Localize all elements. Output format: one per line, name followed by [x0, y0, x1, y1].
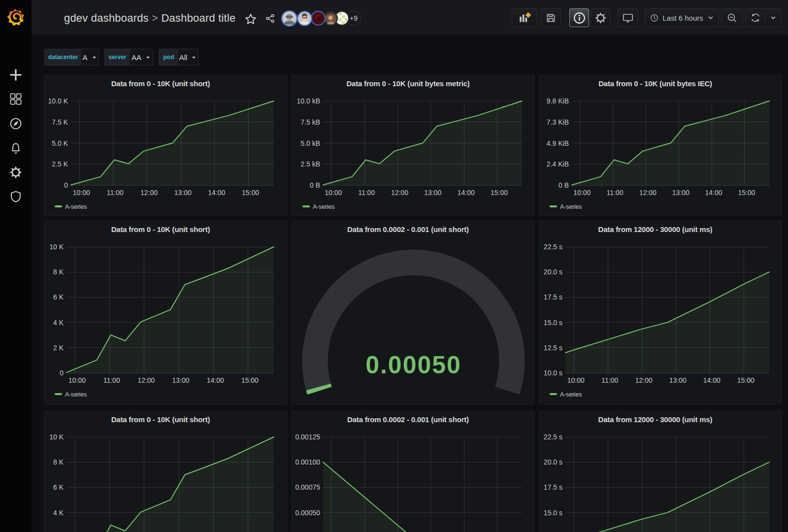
svg-text:12:00: 12:00: [391, 189, 408, 197]
svg-text:15:00: 15:00: [737, 376, 755, 384]
svg-text:11:00: 11:00: [103, 376, 120, 384]
svg-text:14:00: 14:00: [208, 189, 225, 197]
svg-text:0: 0: [60, 369, 64, 377]
svg-text:11:00: 11:00: [601, 376, 618, 384]
svg-text:10:00: 10:00: [573, 189, 591, 197]
svg-text:0.00050: 0.00050: [365, 351, 461, 379]
svg-text:22.5 s: 22.5 s: [544, 243, 562, 251]
svg-text:14:00: 14:00: [458, 189, 475, 197]
svg-text:13:00: 13:00: [174, 189, 192, 197]
svg-text:2 K: 2 K: [53, 344, 64, 352]
svg-text:17.5 s: 17.5 s: [544, 293, 562, 301]
svg-text:7.3 KiB: 7.3 KiB: [547, 118, 569, 126]
svg-text:A-series: A-series: [313, 203, 334, 210]
svg-text:0.00075: 0.00075: [295, 483, 320, 491]
svg-text:15:00: 15:00: [738, 189, 755, 197]
svg-text:15:00: 15:00: [242, 189, 259, 197]
svg-text:A-series: A-series: [560, 203, 582, 210]
svg-text:14:00: 14:00: [207, 376, 224, 384]
svg-text:13:00: 13:00: [672, 189, 690, 197]
svg-text:13:00: 13:00: [669, 376, 687, 384]
svg-text:20.0 s: 20.0 s: [544, 268, 562, 276]
svg-text:2.4 KiB: 2.4 KiB: [547, 160, 569, 168]
svg-text:15:00: 15:00: [241, 376, 259, 384]
svg-text:4.9 KiB: 4.9 KiB: [547, 139, 569, 147]
svg-text:A-series: A-series: [560, 391, 582, 398]
svg-text:10.0 K: 10.0 K: [48, 97, 68, 105]
svg-text:5.0 K: 5.0 K: [52, 139, 68, 147]
svg-text:2.5 K: 2.5 K: [52, 160, 68, 168]
svg-text:12:00: 12:00: [639, 189, 657, 197]
svg-text:7.5 kB: 7.5 kB: [300, 118, 320, 126]
svg-text:0.00125: 0.00125: [295, 433, 320, 441]
svg-text:11:00: 11:00: [107, 189, 124, 197]
svg-text:11:00: 11:00: [358, 189, 375, 197]
svg-text:6 K: 6 K: [53, 483, 64, 491]
svg-text:14:00: 14:00: [705, 189, 722, 197]
svg-text:15.0 s: 15.0 s: [544, 319, 562, 327]
svg-text:11:00: 11:00: [607, 189, 624, 197]
svg-text:A-series: A-series: [65, 203, 87, 210]
svg-text:10:00: 10:00: [73, 189, 90, 197]
svg-text:12:00: 12:00: [137, 376, 155, 384]
svg-text:12.5 s: 12.5 s: [544, 344, 562, 352]
svg-text:12:00: 12:00: [635, 376, 653, 384]
svg-text:6 K: 6 K: [53, 293, 64, 301]
svg-text:2.5 kB: 2.5 kB: [300, 160, 320, 168]
svg-text:10.0 s: 10.0 s: [544, 369, 562, 377]
svg-text:8 K: 8 K: [53, 458, 64, 466]
svg-text:15:00: 15:00: [491, 189, 508, 197]
svg-text:17.5 s: 17.5 s: [544, 483, 562, 491]
svg-text:10 K: 10 K: [49, 243, 64, 251]
svg-text:0: 0: [64, 181, 68, 189]
svg-text:15.0 s: 15.0 s: [544, 509, 562, 517]
svg-text:7.5 K: 7.5 K: [52, 118, 68, 126]
svg-text:0.00050: 0.00050: [295, 509, 320, 517]
svg-text:13:00: 13:00: [424, 189, 441, 197]
svg-text:9.8 KiB: 9.8 KiB: [547, 97, 569, 105]
svg-text:0 B: 0 B: [558, 181, 569, 189]
svg-text:A-series: A-series: [65, 391, 87, 398]
svg-text:5.0 kB: 5.0 kB: [300, 139, 320, 147]
svg-text:20.0 s: 20.0 s: [544, 458, 562, 466]
svg-text:10:00: 10:00: [325, 189, 342, 197]
svg-text:13:00: 13:00: [172, 376, 190, 384]
svg-text:10 K: 10 K: [49, 433, 64, 441]
svg-text:4 K: 4 K: [53, 319, 64, 327]
svg-text:10:00: 10:00: [567, 376, 585, 384]
svg-text:14:00: 14:00: [703, 376, 721, 384]
svg-text:22.5 s: 22.5 s: [544, 433, 562, 441]
svg-text:10:00: 10:00: [68, 376, 86, 384]
svg-text:10.0 kB: 10.0 kB: [297, 97, 320, 105]
svg-text:12:00: 12:00: [140, 189, 158, 197]
svg-text:0 B: 0 B: [310, 181, 320, 189]
svg-text:4 K: 4 K: [53, 509, 64, 517]
svg-text:0.00100: 0.00100: [295, 458, 320, 466]
svg-text:8 K: 8 K: [53, 268, 64, 276]
